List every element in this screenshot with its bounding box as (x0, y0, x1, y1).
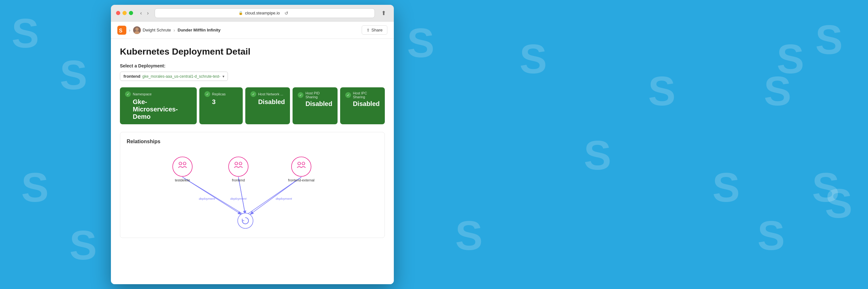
main-content: Kubernetes Deployment Detail Select a De… (111, 39, 394, 246)
svg-text:S: S (21, 165, 49, 210)
svg-text:S: S (757, 213, 785, 258)
edge-label-3: deployment (276, 197, 292, 201)
browser-content: S › Dwight Schrute › Dunder Mifflin Infi… (111, 22, 394, 284)
breadcrumb-user[interactable]: Dwight Schrute (133, 26, 171, 34)
stats-row: ✓ Namespace Gke-Microservices-Demo ✓ Rep… (120, 87, 385, 124)
svg-text:S: S (812, 165, 839, 210)
close-button[interactable] (116, 11, 120, 15)
node-frontend-circle (228, 157, 248, 176)
breadcrumb-separator-1: › (129, 28, 130, 33)
svg-text:S: S (764, 68, 791, 114)
svg-point-20 (134, 31, 140, 34)
share-label: Share (371, 28, 382, 32)
svg-text:S: S (712, 165, 740, 210)
browser-chrome: ‹ › 🔒 cloud.steampipe.io ↺ ⬆ (111, 5, 394, 22)
stat-label-host-network: Host Network ... (258, 92, 283, 96)
svg-text:S: S (119, 28, 123, 33)
check-icon-2: ✓ (205, 91, 210, 97)
stat-value-host-network: Disabled (250, 98, 285, 106)
relationships-graph: deployment deployment deployment testd (127, 151, 378, 231)
center-node-circle (238, 213, 253, 228)
stat-card-host-network: ✓ Host Network ... Disabled (245, 87, 290, 124)
svg-text:S: S (777, 36, 804, 82)
back-button[interactable]: ‹ (138, 9, 144, 17)
stat-card-replicas: ✓ Replicas 3 (199, 87, 243, 124)
stat-card-header: ✓ Namespace (125, 91, 192, 97)
svg-point-19 (135, 28, 138, 31)
stat-card-header-3: ✓ Host Network ... (250, 91, 285, 97)
relationships-section: Relationships (120, 132, 385, 238)
relationships-title: Relationships (127, 139, 378, 145)
lock-icon: 🔒 (239, 11, 243, 15)
svg-text:S: S (815, 17, 843, 63)
graph-area: deployment deployment deployment testd (127, 151, 378, 231)
chevron-down-icon: ▾ (222, 74, 224, 79)
svg-text:S: S (69, 222, 97, 268)
check-icon-3: ✓ (250, 91, 256, 97)
stat-card-host-pid: ✓ Host PID Sharing Disabled (292, 87, 337, 124)
stat-card-header-4: ✓ Host PID Sharing (298, 91, 332, 99)
traffic-lights (116, 11, 133, 15)
stat-card-header-2: ✓ Replicas (205, 91, 238, 97)
svg-text:S: S (584, 132, 611, 178)
check-icon-5: ✓ (345, 92, 351, 98)
browser-window: ‹ › 🔒 cloud.steampipe.io ↺ ⬆ S › (111, 5, 394, 284)
share-button[interactable]: ⇪ Share (362, 25, 388, 35)
share-icon: ⇪ (367, 28, 370, 32)
edge-arrow-3 (249, 177, 301, 215)
maximize-button[interactable] (129, 11, 133, 15)
user-avatar (133, 26, 141, 34)
minimize-button[interactable] (123, 11, 127, 15)
node-frontend-external-circle (291, 157, 311, 176)
stat-value-namespace: Gke-Microservices-Demo (125, 98, 192, 120)
edge-frontend-external (245, 177, 301, 216)
forward-button[interactable]: › (145, 9, 151, 17)
stat-label-replicas: Replicas (212, 92, 226, 96)
stat-card-header-5: ✓ Host IPC Sharing (345, 91, 380, 99)
stat-card-host-ipc: ✓ Host IPC Sharing Disabled (340, 87, 385, 124)
check-icon: ✓ (125, 91, 131, 97)
edge-label-1: deployment (199, 197, 215, 201)
page-title: Kubernetes Deployment Detail (120, 46, 385, 57)
node-testdelete-circle (173, 157, 192, 176)
breadcrumb-separator-2: › (174, 28, 175, 33)
svg-text:S: S (407, 20, 434, 66)
deployment-select[interactable]: frontend gke_morales-aaa_us-central1-d_s… (120, 72, 228, 81)
select-label: Select a Deployment: (120, 63, 385, 68)
stat-label-host-ipc: Host IPC Sharing (353, 91, 380, 99)
edge-arrow-2 (239, 177, 246, 215)
address-bar[interactable]: 🔒 cloud.steampipe.io ↺ (155, 8, 375, 18)
stat-card-namespace: ✓ Namespace Gke-Microservices-Demo (120, 87, 197, 124)
svg-text:S: S (520, 36, 547, 82)
node-label-testdelete: testdelete (175, 178, 190, 182)
svg-text:S: S (11, 10, 39, 56)
stat-label-host-pid: Host PID Sharing (305, 91, 332, 99)
steampipe-logo[interactable]: S (117, 26, 126, 35)
check-icon-4: ✓ (298, 92, 304, 98)
svg-text:S: S (455, 213, 483, 258)
stat-label-namespace: Namespace (133, 92, 152, 96)
stat-value-host-ipc: Disabled (345, 100, 380, 108)
reload-button[interactable]: ↺ (282, 9, 291, 17)
deployment-name: frontend (123, 74, 141, 79)
stat-value-replicas: 3 (205, 98, 238, 106)
nav-buttons: ‹ › (138, 9, 151, 17)
edge-arrow-1 (183, 177, 242, 215)
edge-label-2: deployment (230, 197, 247, 201)
node-label-frontend-external: frontend-external (288, 178, 314, 182)
svg-text:S: S (60, 52, 87, 98)
svg-text:S: S (825, 180, 852, 226)
deployment-context: gke_morales-aaa_us-central1-d_schrute-te… (143, 74, 220, 79)
stat-value-host-pid: Disabled (298, 100, 332, 108)
breadcrumb-org[interactable]: Dunder Mifflin Infinity (178, 28, 221, 32)
url-text: cloud.steampipe.io (245, 10, 280, 15)
svg-text:S: S (648, 68, 676, 114)
top-nav: S › Dwight Schrute › Dunder Mifflin Infi… (111, 22, 394, 39)
user-name: Dwight Schrute (143, 28, 171, 32)
node-label-frontend: frontend (232, 178, 245, 182)
browser-share-button[interactable]: ⬆ (379, 8, 389, 18)
